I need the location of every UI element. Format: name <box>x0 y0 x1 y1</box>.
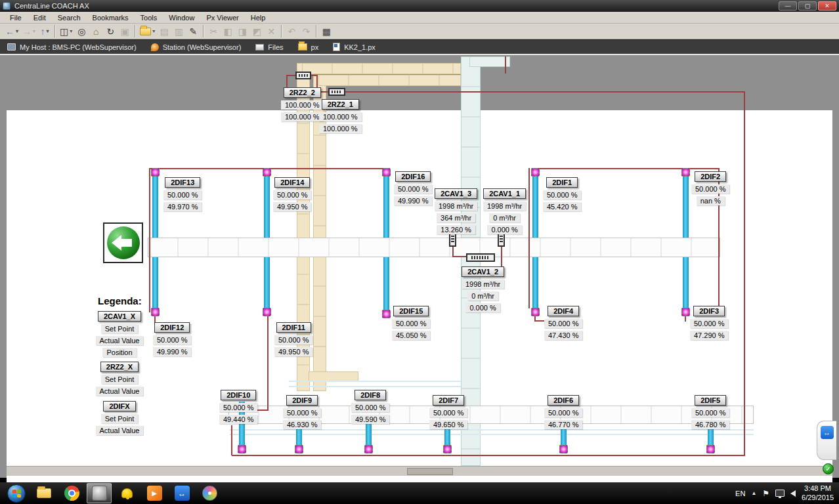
point-button[interactable]: 2DIF2 <box>695 171 726 182</box>
station-fox-icon <box>151 43 159 51</box>
point-button[interactable]: 2CAV1_1 <box>483 188 526 199</box>
export-button[interactable]: ✎ <box>186 24 200 38</box>
taskbar-media-player[interactable] <box>142 483 167 503</box>
copy-button[interactable]: ◧ <box>221 24 235 38</box>
point-button[interactable]: 2DIF5 <box>695 395 726 406</box>
menu-window[interactable]: Window <box>163 12 200 23</box>
point-button[interactable]: 2DIF8 <box>355 390 386 400</box>
taskbar-alarm[interactable] <box>114 483 139 503</box>
control-pipe <box>232 455 744 456</box>
menu-search[interactable]: Search <box>52 12 87 23</box>
start-button[interactable] <box>4 483 29 503</box>
save-all-button[interactable]: ▥ <box>171 24 186 38</box>
horizontal-scrollbar[interactable] <box>7 466 832 476</box>
menu-help[interactable]: Help <box>245 12 272 23</box>
vav-valve-icon <box>443 445 452 453</box>
open-folder-icon <box>140 28 151 35</box>
side-pane-button[interactable]: ◫ <box>58 24 74 38</box>
point-group-2DIF8: 2DIF8 50.000 % 49.590 % <box>351 390 389 424</box>
toolbar-separator <box>281 25 282 37</box>
point-button[interactable]: 2CAV1_3 <box>435 188 477 199</box>
refresh-button[interactable]: ↻ <box>103 24 118 38</box>
point-button[interactable]: 2DIF1 <box>546 177 578 188</box>
menu-edit[interactable]: Edit <box>28 12 52 23</box>
point-button[interactable]: 2DIF11 <box>276 322 311 333</box>
point-group-2DIF2: 2DIF2 50.000 % nan % <box>691 171 729 205</box>
redo-button[interactable]: ↷ <box>299 24 313 38</box>
delete-button[interactable]: ✕ <box>264 24 278 38</box>
save-button[interactable]: ▤ <box>157 24 171 38</box>
menu-file[interactable]: File <box>4 12 28 23</box>
network-icon[interactable] <box>775 490 785 497</box>
teamviewer-panel-tab[interactable] <box>817 421 836 460</box>
action-center-flag-icon[interactable]: ⚑ <box>762 489 769 498</box>
point-button[interactable]: 2DIF13 <box>165 177 200 188</box>
back-navigation-button[interactable] <box>103 222 143 263</box>
windows-orb-icon <box>7 484 26 503</box>
status-ok-icon[interactable] <box>823 463 834 474</box>
point-button[interactable]: 2DIF10 <box>221 390 256 400</box>
point-value: 50.000 % <box>544 408 582 417</box>
point-button[interactable]: 2DIF14 <box>274 177 310 188</box>
taskbar-teamviewer[interactable] <box>169 483 194 503</box>
duplicate-button[interactable]: ◨ <box>235 24 249 38</box>
vav-valve-icon <box>382 168 391 177</box>
menu-tools[interactable]: Tools <box>135 12 163 23</box>
point-button[interactable]: 2DIF15 <box>393 306 429 316</box>
teamviewer-icon <box>821 426 834 439</box>
control-pipe <box>149 168 150 312</box>
table-edit-button[interactable]: ▦ <box>319 24 333 38</box>
point-value: 100.000 % <box>281 100 324 110</box>
point-button[interactable]: 2RZ2_1 <box>322 99 359 110</box>
point-button[interactable]: 2DIF7 <box>433 395 464 406</box>
point-button[interactable]: 2DIF6 <box>548 395 579 406</box>
up-level-button[interactable]: ↑ <box>37 24 52 38</box>
point-value: 47.430 % <box>544 331 582 340</box>
px-view-button[interactable]: ◎ <box>74 24 89 38</box>
vav-valve-icon <box>238 445 246 453</box>
tray-expand-icon[interactable]: ▲ <box>751 490 756 496</box>
point-value: 49.990 % <box>153 347 191 356</box>
tab-kk2-px-file[interactable]: KK2_1.px <box>326 40 383 54</box>
clock[interactable]: 3:48 PM 6/29/2015 <box>802 484 834 503</box>
back-button[interactable]: ← <box>3 24 20 38</box>
stop-button[interactable]: ▣ <box>118 24 132 38</box>
taskbar-chrome[interactable] <box>59 483 84 503</box>
point-button[interactable]: 2CAV1_2 <box>462 266 504 277</box>
scrollbar-thumb[interactable] <box>407 468 453 475</box>
close-button[interactable]: ✕ <box>818 1 836 10</box>
point-button[interactable]: 2DIF9 <box>286 395 318 406</box>
tab-files[interactable]: Files <box>248 40 290 54</box>
tab-px-folder[interactable]: px <box>291 40 326 54</box>
point-group-2CAV1_3: 2CAV1_3 1998 m³/hr 364 m³/hr 13.260 % <box>435 188 477 234</box>
language-indicator[interactable]: EN <box>735 490 745 497</box>
forward-button[interactable]: → <box>20 24 37 38</box>
volume-icon[interactable] <box>790 490 796 497</box>
taskbar-coach-ax[interactable] <box>87 483 112 503</box>
point-value: 45.050 % <box>392 331 430 340</box>
tab-my-host[interactable]: My Host : BMS-PC (WebSupervisor) <box>0 40 144 54</box>
undo-button[interactable]: ↶ <box>284 24 299 38</box>
tan-duct-top-run-2 <box>318 75 461 86</box>
point-button[interactable]: 2DIF16 <box>395 171 431 182</box>
point-button[interactable]: 2DIF3 <box>693 306 725 316</box>
legend-row: Actual Value <box>96 336 144 345</box>
open-file-button[interactable] <box>138 24 157 38</box>
menu-px-viewer[interactable]: Px Viewer <box>200 12 244 23</box>
legend-row: Actual Value <box>96 387 144 396</box>
point-button[interactable]: 2RZ2_2 <box>284 87 321 98</box>
point-value: 50.000 % <box>273 190 311 200</box>
home-button[interactable]: ⌂ <box>89 24 103 38</box>
point-button[interactable]: 2DIF4 <box>548 306 579 316</box>
tab-station[interactable]: Station (WebSupervisor) <box>144 40 249 54</box>
maximize-button[interactable]: ▢ <box>798 1 817 10</box>
menu-bookmarks[interactable]: Bookmarks <box>87 12 135 23</box>
paste-button[interactable]: ◩ <box>249 24 264 38</box>
taskbar-explorer[interactable] <box>32 483 56 503</box>
point-button[interactable]: 2DIF12 <box>154 322 190 333</box>
branch-duct-stub <box>366 424 372 446</box>
minimize-button[interactable]: — <box>779 1 797 10</box>
taskbar-paint[interactable] <box>197 483 222 503</box>
cut-button[interactable]: ✂ <box>206 24 221 38</box>
branch-duct <box>152 176 158 238</box>
